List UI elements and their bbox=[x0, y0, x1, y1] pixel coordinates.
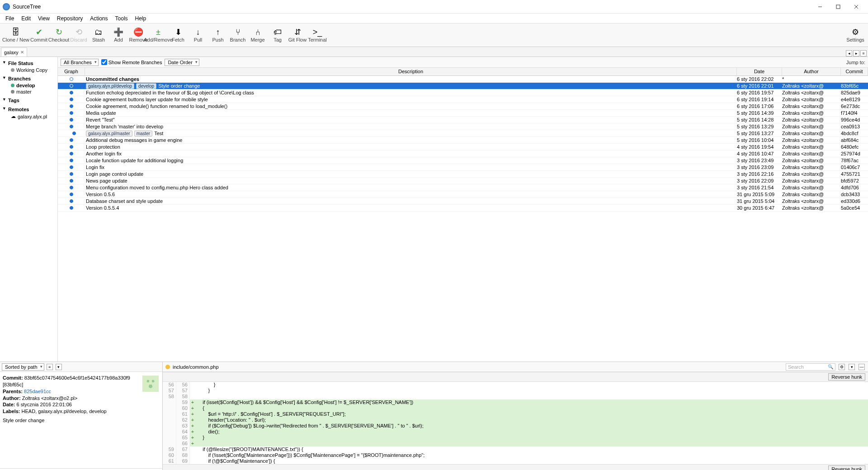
diff-collapse-button[interactable]: — bbox=[859, 364, 865, 370]
commit-row[interactable]: Uncommitted changes6 sty 2016 22:02* bbox=[58, 76, 868, 83]
reverse-hunk-button[interactable]: Reverse hunk bbox=[828, 465, 865, 470]
file-list[interactable]: CHANGES.txtinclude/common.phpinclude/hea… bbox=[0, 468, 162, 470]
col-graph[interactable]: Graph bbox=[58, 68, 85, 75]
diff-line[interactable]: 63+ if ($Config['Debug']) $Log->write("R… bbox=[163, 423, 868, 429]
sidebar-item-working-copy[interactable]: Working Copy bbox=[3, 67, 55, 73]
repo-tab[interactable]: galaxy ✕ bbox=[1, 47, 27, 56]
commit-row[interactable]: galaxy.alyx.pl/developdevelopStyle order… bbox=[58, 83, 868, 89]
branch-button[interactable]: ⑂Branch bbox=[228, 24, 248, 46]
addremove-icon: ± bbox=[156, 28, 160, 36]
graph-node-icon bbox=[70, 111, 73, 115]
file-item[interactable]: CHANGES.txt bbox=[0, 469, 162, 470]
pull-button[interactable]: ↓Pull bbox=[188, 24, 208, 46]
menu-help[interactable]: Help bbox=[132, 14, 150, 23]
diff-line[interactable]: 61+ $url = 'http://' . $Config['Host'] .… bbox=[163, 411, 868, 417]
menu-actions[interactable]: Actions bbox=[86, 14, 111, 23]
diff-line[interactable]: 6169 if (!@$Config['Maintenance']) { bbox=[163, 458, 868, 464]
sidebar-section-tags[interactable]: Tags bbox=[3, 97, 55, 104]
sidebar-section-branches[interactable]: Branches bbox=[3, 75, 55, 82]
col-author[interactable]: Author bbox=[782, 68, 841, 75]
commit-table-body[interactable]: Uncommitted changes6 sty 2016 22:02*gala… bbox=[58, 76, 868, 362]
commit-row[interactable]: Media update5 sty 2016 14:39Zoltraks <zo… bbox=[58, 110, 868, 117]
commit-row[interactable]: Menu configuration moved to config.menu.… bbox=[58, 184, 868, 191]
diff-line[interactable]: 6068 if (!isset($Config['MaintenancePage… bbox=[163, 452, 868, 458]
diff-line[interactable]: 60+ { bbox=[163, 405, 868, 411]
commit-row[interactable]: Loop protection4 sty 2016 19:54Zoltraks … bbox=[58, 144, 868, 150]
list-view-button[interactable]: ≡ bbox=[47, 364, 53, 370]
checkout-button[interactable]: ↻Checkout bbox=[49, 24, 69, 46]
settings-button[interactable]: ⚙Settings bbox=[845, 24, 865, 46]
diff-line[interactable]: 5656 } bbox=[163, 382, 868, 388]
menu-file[interactable]: File bbox=[2, 14, 18, 23]
commit-row[interactable]: Version 0.5.5.430 gru 2015 6:47Zoltraks … bbox=[58, 205, 868, 212]
tree-view-button[interactable]: ▾ bbox=[56, 364, 62, 370]
menu-repository[interactable]: Repository bbox=[53, 14, 86, 23]
col-description[interactable]: Description bbox=[85, 68, 737, 75]
sidebar-section-file-status[interactable]: File Status bbox=[3, 60, 55, 67]
clone-button[interactable]: 🗄Clone / New bbox=[3, 24, 29, 46]
sidebar-item-branch-master[interactable]: master bbox=[3, 89, 55, 95]
diff-line[interactable]: 5858 bbox=[163, 394, 868, 400]
diff-line[interactable]: 5967 if (@filesize("{$ROOT}MAINTENANCE.t… bbox=[163, 446, 868, 452]
commit-row[interactable]: Merge branch 'master' into develop5 sty … bbox=[58, 123, 868, 130]
commit-row[interactable]: Function echolog depreciated in the favo… bbox=[58, 89, 868, 96]
diff-line[interactable]: 65+ } bbox=[163, 435, 868, 441]
commit-row[interactable]: Cookie agreement, module() function rena… bbox=[58, 103, 868, 110]
commit-row[interactable]: Revert "Test"5 sty 2016 14:28Zoltraks <z… bbox=[58, 117, 868, 123]
close-button[interactable] bbox=[847, 1, 865, 13]
minimize-button[interactable] bbox=[811, 1, 829, 13]
titlebar: SourceTree bbox=[0, 0, 868, 14]
col-date[interactable]: Date bbox=[737, 68, 782, 75]
repo-tabstrip: galaxy ✕ ◂ ▸ ≡ bbox=[0, 47, 868, 57]
menu-tools[interactable]: Tools bbox=[112, 14, 132, 23]
commit-row[interactable]: News page update3 sty 2016 22:09Zoltraks… bbox=[58, 178, 868, 184]
addremove-button[interactable]: ±Add/Remove bbox=[148, 24, 168, 46]
branches-dropdown[interactable]: All Branches bbox=[61, 59, 99, 66]
commit-row[interactable]: galaxy.alyx.pl/mastermasterTest5 sty 201… bbox=[58, 130, 868, 137]
col-commit[interactable]: Commit bbox=[841, 68, 868, 75]
push-button[interactable]: ↑Push bbox=[208, 24, 228, 46]
tag-button[interactable]: 🏷Tag bbox=[268, 24, 288, 46]
merge-button[interactable]: ⑃Merge bbox=[248, 24, 268, 46]
stash-button[interactable]: 🗂Stash bbox=[89, 24, 108, 46]
commit-row[interactable]: Locale function update for additional lo… bbox=[58, 157, 868, 164]
diff-line[interactable]: 59+ if (isset($Config['Host']) && $Confi… bbox=[163, 400, 868, 405]
nav-prev-button[interactable]: ◂ bbox=[846, 50, 852, 56]
diff-line[interactable]: 62+ header("Location: " . $url); bbox=[163, 417, 868, 423]
commit-row[interactable]: Cookie agreement buttons layer update fo… bbox=[58, 96, 868, 103]
show-remote-checkbox[interactable]: Show Remote Branches bbox=[101, 59, 162, 65]
nav-menu-button[interactable]: ≡ bbox=[860, 50, 867, 56]
sidebar-item-branch-develop[interactable]: develop bbox=[3, 82, 55, 89]
menu-edit[interactable]: Edit bbox=[18, 14, 34, 23]
add-button[interactable]: ➕Add bbox=[108, 24, 128, 46]
fetch-button[interactable]: ⬇Fetch bbox=[168, 24, 188, 46]
sort-dropdown[interactable]: Sorted by path bbox=[2, 363, 44, 371]
diff-body[interactable]: Reverse hunk5656 }5757 }585859+ if (isse… bbox=[163, 372, 868, 470]
diff-search-input[interactable]: Search bbox=[786, 363, 835, 371]
discard-button[interactable]: ⟲Discard bbox=[69, 24, 89, 46]
diff-line[interactable]: 64+ die(); bbox=[163, 429, 868, 435]
close-icon[interactable]: ✕ bbox=[20, 50, 24, 55]
terminal-button[interactable]: >_Terminal bbox=[307, 24, 327, 46]
parent-link[interactable]: 825dae91cc bbox=[24, 389, 51, 394]
diff-line[interactable]: 66+ bbox=[163, 441, 868, 446]
commit-row[interactable]: Additional debug messages in game engine… bbox=[58, 137, 868, 144]
commit-button[interactable]: ✔Commit bbox=[29, 24, 49, 46]
commit-row[interactable]: Login page control update3 sty 2016 22:1… bbox=[58, 171, 868, 178]
diff-settings-button[interactable]: ⚙ bbox=[839, 364, 845, 370]
sidebar-item-remote[interactable]: ☁galaxy.alyx.pl bbox=[3, 113, 55, 120]
remove-button[interactable]: ⛔Remove bbox=[128, 24, 148, 46]
commit-row[interactable]: Another login fix4 sty 2016 10:47Zoltrak… bbox=[58, 150, 868, 157]
order-dropdown[interactable]: Date Order bbox=[165, 59, 199, 66]
commit-row[interactable]: Login fix3 sty 2016 23:09Zoltraks <zolta… bbox=[58, 164, 868, 171]
menu-view[interactable]: View bbox=[34, 14, 53, 23]
maximize-button[interactable] bbox=[829, 1, 847, 13]
commit-row[interactable]: Version 0.5.631 gru 2015 5:09Zoltraks <z… bbox=[58, 191, 868, 198]
reverse-hunk-button[interactable]: Reverse hunk bbox=[828, 373, 865, 381]
nav-next-button[interactable]: ▸ bbox=[853, 50, 859, 56]
diff-menu-button[interactable]: ▾ bbox=[849, 364, 855, 370]
sidebar-section-remotes[interactable]: Remotes bbox=[3, 106, 55, 113]
diff-line[interactable]: 5757 } bbox=[163, 388, 868, 394]
commit-row[interactable]: Database charset and style update31 gru … bbox=[58, 198, 868, 205]
gitflow-button[interactable]: ⇵Git Flow bbox=[288, 24, 307, 46]
